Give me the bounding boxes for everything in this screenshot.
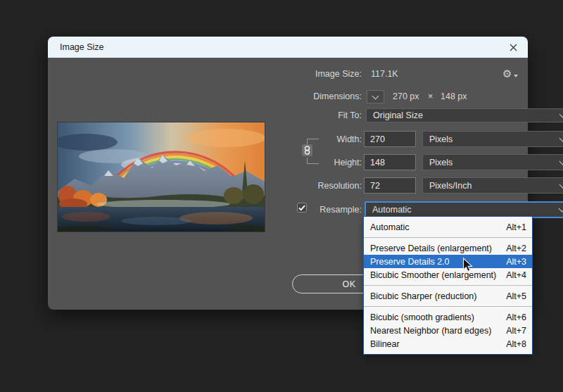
menu-item-shortcut: Alt+1 bbox=[506, 222, 526, 232]
resample-value: Automatic bbox=[372, 205, 412, 215]
link-dimensions-toggle[interactable] bbox=[302, 144, 312, 156]
chevron-down-icon bbox=[559, 134, 563, 141]
menu-item-shortcut: Alt+8 bbox=[506, 339, 526, 349]
menu-item-shortcut: Alt+4 bbox=[506, 270, 526, 280]
menu-group: AutomaticAlt+1 bbox=[364, 217, 532, 237]
menu-group: Bicubic (smooth gradients)Alt+6Nearest N… bbox=[364, 307, 532, 354]
resample-menu-item[interactable]: Bicubic Smoother (enlargement)Alt+4 bbox=[364, 268, 532, 282]
resolution-label: Resolution: bbox=[277, 181, 362, 191]
menu-group: Bicubic Sharper (reduction)Alt+5 bbox=[364, 286, 532, 306]
dimensions-height-value: 148 px bbox=[441, 91, 467, 101]
resolution-unit-value: Pixels/Inch bbox=[429, 181, 472, 191]
mouse-cursor-icon bbox=[462, 258, 473, 272]
fit-to-value: Original Size bbox=[373, 110, 423, 120]
dialog-titlebar[interactable]: Image Size bbox=[48, 37, 528, 58]
menu-item-label: Nearest Neighbor (hard edges) bbox=[370, 326, 491, 336]
chevron-down-icon bbox=[559, 181, 563, 188]
menu-item-shortcut: Alt+7 bbox=[506, 326, 526, 336]
dimensions-times: × bbox=[428, 91, 433, 101]
menu-item-label: Bicubic Sharper (reduction) bbox=[370, 291, 476, 301]
dimensions-label: Dimensions: bbox=[277, 91, 362, 101]
menu-group: Preserve Details (enlargement)Alt+2Prese… bbox=[364, 238, 532, 285]
image-preview[interactable] bbox=[57, 122, 265, 232]
menu-item-label: Preserve Details 2.0 bbox=[370, 257, 450, 267]
menu-item-shortcut: Alt+3 bbox=[506, 257, 526, 267]
resolution-input[interactable] bbox=[364, 177, 416, 194]
resample-menu-item[interactable]: BilinearAlt+8 bbox=[364, 337, 532, 350]
dimensions-width-value: 270 px bbox=[393, 91, 419, 101]
dimensions-unit-dropdown[interactable] bbox=[367, 90, 384, 103]
width-input[interactable] bbox=[364, 131, 416, 147]
resample-menu-item[interactable]: Bicubic (smooth gradients)Alt+6 bbox=[364, 310, 532, 324]
resample-menu-item[interactable]: AutomaticAlt+1 bbox=[364, 220, 532, 234]
image-size-label: Image Size: bbox=[277, 69, 362, 79]
chevron-down-icon bbox=[559, 111, 563, 118]
caret-down-icon bbox=[514, 75, 518, 77]
menu-item-shortcut: Alt+6 bbox=[506, 312, 526, 322]
height-unit-value: Pixels bbox=[429, 158, 453, 167]
gear-icon: ⚙ bbox=[502, 68, 512, 80]
menu-item-label: Bicubic (smooth gradients) bbox=[370, 312, 474, 322]
resample-label: Resample: bbox=[277, 205, 362, 215]
menu-item-label: Bicubic Smoother (enlargement) bbox=[370, 270, 496, 280]
resample-menu: AutomaticAlt+1Preserve Details (enlargem… bbox=[363, 216, 533, 355]
menu-item-shortcut: Alt+2 bbox=[506, 244, 526, 253]
settings-gear-button[interactable]: ⚙ bbox=[502, 68, 518, 80]
landscape-thumbnail bbox=[58, 122, 265, 232]
chevron-down-icon bbox=[372, 92, 379, 99]
resample-menu-item[interactable]: Preserve Details 2.0Alt+3 bbox=[364, 255, 532, 268]
height-input[interactable] bbox=[364, 154, 416, 170]
ok-button-label: OK bbox=[342, 279, 355, 289]
menu-item-label: Bilinear bbox=[370, 339, 400, 349]
height-label: Height: bbox=[277, 158, 362, 167]
resample-menu-item[interactable]: Bicubic Sharper (reduction)Alt+5 bbox=[364, 289, 532, 303]
close-icon bbox=[510, 44, 517, 51]
dialog-title: Image Size bbox=[60, 42, 104, 52]
fit-to-label: Fit To: bbox=[277, 110, 362, 120]
menu-item-shortcut: Alt+5 bbox=[506, 291, 526, 301]
chain-link-icon bbox=[304, 146, 310, 155]
width-unit-select[interactable]: Pixels bbox=[422, 131, 563, 147]
resample-menu-item[interactable]: Preserve Details (enlargement)Alt+2 bbox=[364, 241, 532, 255]
chevron-down-icon bbox=[559, 158, 563, 165]
image-size-value: 117.1K bbox=[371, 69, 398, 79]
resample-menu-item[interactable]: Nearest Neighbor (hard edges)Alt+7 bbox=[364, 324, 532, 337]
height-unit-select[interactable]: Pixels bbox=[422, 154, 563, 170]
menu-item-label: Preserve Details (enlargement) bbox=[370, 244, 492, 253]
menu-item-label: Automatic bbox=[370, 222, 410, 232]
width-unit-value: Pixels bbox=[429, 134, 453, 144]
fit-to-select[interactable]: Original Size bbox=[366, 108, 563, 122]
width-label: Width: bbox=[277, 134, 362, 144]
chevron-down-icon bbox=[559, 206, 563, 213]
close-button[interactable] bbox=[507, 42, 519, 53]
resolution-unit-select[interactable]: Pixels/Inch bbox=[422, 177, 563, 194]
photoshop-canvas-background: Image Size bbox=[0, 0, 563, 392]
